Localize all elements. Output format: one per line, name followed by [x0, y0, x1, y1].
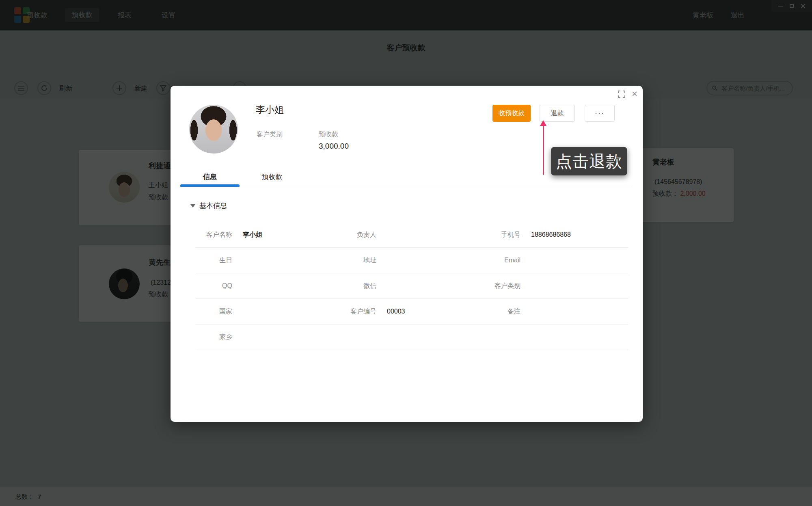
field-label: 国家 [195, 307, 232, 316]
deposit-value: 3,000.00 [319, 142, 349, 151]
section-basic-info[interactable]: 基本信息 [190, 201, 227, 210]
more-actions-button[interactable]: ··· [585, 105, 615, 122]
field-label: 地址 [339, 256, 376, 265]
refund-button[interactable]: 退款 [540, 105, 575, 122]
field-label: Email [484, 257, 520, 264]
collapse-triangle-icon [190, 204, 195, 208]
receive-deposit-button[interactable]: 收预收款 [492, 105, 531, 122]
form-field: 家乡 [195, 333, 339, 342]
form-field: 地址 [339, 256, 484, 265]
field-label: QQ [195, 282, 232, 290]
field-label: 家乡 [195, 333, 232, 342]
tabs-divider [180, 187, 633, 187]
form-field: 手机号 18868686868 [484, 231, 628, 239]
field-label: 手机号 [484, 231, 520, 239]
close-modal-icon[interactable]: × [632, 89, 637, 99]
field-label: 备注 [484, 307, 520, 316]
form-row: QQ 微信 客户类别 [195, 273, 628, 299]
fullscreen-icon [618, 91, 625, 98]
basic-info-form: 客户名称 李小姐 负责人 手机号 18868686868 生日 [195, 222, 628, 350]
app-window: 预收款 预收款 报表 设置 黄老板 退出 客户预收款 刷新 新建 [0, 0, 812, 506]
field-value: 李小姐 [243, 231, 262, 239]
form-field: Email [484, 257, 628, 264]
field-value: 18868686868 [531, 231, 571, 238]
form-row: 生日 地址 Email [195, 248, 628, 273]
tab-info[interactable]: 信息 [180, 170, 240, 184]
fullscreen-button[interactable] [618, 91, 625, 99]
field-value: 00003 [387, 308, 405, 315]
form-row: 国家 客户编号 00003 备注 [195, 299, 628, 324]
form-field: 客户名称 李小姐 [195, 231, 339, 239]
annotation-arrow-icon [540, 120, 546, 175]
customer-avatar [189, 105, 238, 154]
category-label: 客户类别 [257, 130, 283, 139]
form-field: QQ [195, 282, 339, 290]
deposit-label: 预收款 [319, 130, 338, 139]
form-field: 客户类别 [484, 282, 628, 290]
field-label: 客户编号 [339, 307, 376, 316]
customer-name: 李小姐 [256, 104, 284, 116]
field-label: 客户名称 [195, 231, 232, 239]
customer-detail-modal: × 李小姐 客户类别 预收款 3,000.00 收预收款 退款 ··· 信息 预… [171, 86, 643, 422]
form-field: 微信 [339, 282, 484, 290]
form-row: 家乡 [195, 324, 628, 350]
form-field: 负责人 [339, 231, 484, 239]
section-title: 基本信息 [199, 201, 227, 210]
form-row: 客户名称 李小姐 负责人 手机号 18868686868 [195, 222, 628, 248]
tab-prepayments[interactable]: 预收款 [248, 170, 296, 184]
field-label: 生日 [195, 256, 232, 265]
form-field: 备注 [484, 307, 628, 316]
form-field: 客户编号 00003 [339, 307, 484, 316]
form-field: 国家 [195, 307, 339, 316]
field-label: 客户类别 [484, 282, 520, 290]
field-label: 微信 [339, 282, 376, 290]
field-label: 负责人 [339, 231, 376, 239]
form-field: 生日 [195, 256, 339, 265]
annotation-tooltip: 点击退款 [551, 147, 627, 175]
